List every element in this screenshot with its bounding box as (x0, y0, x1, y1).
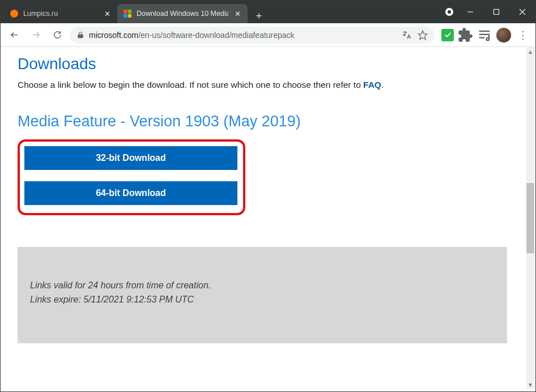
kebab-menu-icon[interactable]: ⋮ (515, 27, 531, 43)
window-controls (441, 1, 535, 23)
instruction-text: Choose a link below to begin the downloa… (18, 80, 508, 90)
account-indicator-icon[interactable] (441, 1, 457, 23)
forward-button[interactable] (27, 26, 45, 44)
download-buttons-highlight: 32-bit Download 64-bit Download (18, 139, 245, 215)
lock-icon (76, 31, 84, 39)
tab-title: Download Windows 10 Media Fe (137, 10, 228, 18)
close-tab-icon[interactable]: ✕ (103, 9, 112, 18)
page-body: Downloads Choose a link below to begin t… (1, 47, 525, 391)
scrollbar-thumb[interactable] (526, 183, 534, 253)
toolbar: microsoft.com/en-us/software-download/me… (1, 23, 535, 47)
new-tab-button[interactable]: ＋ (251, 7, 267, 23)
note-line-2: Links expire: 5/11/2021 9:12:53 PM UTC (30, 293, 495, 307)
instruction-pre: Choose a link below to begin the downloa… (18, 80, 363, 90)
scroll-up-icon[interactable]: ▲ (526, 47, 534, 56)
note-line-1: Links valid for 24 hours from time of cr… (30, 279, 495, 293)
window-close-button[interactable] (509, 1, 535, 23)
url-text: microsoft.com/en-us/software-download/me… (89, 31, 397, 40)
download-64bit-button[interactable]: 64-bit Download (24, 181, 237, 205)
favicon-microsoft (123, 9, 132, 18)
content-area: ▲ ▼ Downloads Choose a link below to beg… (1, 47, 535, 391)
extensions-puzzle-icon[interactable] (457, 27, 473, 43)
profile-avatar[interactable] (496, 27, 512, 43)
favicon-lumpics (10, 9, 19, 18)
extension-checkmark-icon[interactable] (441, 29, 454, 41)
page-heading: Downloads (18, 55, 508, 73)
titlebar: Lumpics.ru ✕ Download Windows 10 Media F… (1, 1, 535, 23)
window-minimize-button[interactable] (457, 1, 483, 23)
faq-link[interactable]: FAQ (363, 80, 381, 90)
close-tab-icon[interactable]: ✕ (233, 9, 242, 18)
address-bar[interactable]: microsoft.com/en-us/software-download/me… (70, 27, 435, 44)
svg-marker-6 (419, 31, 427, 39)
expiry-note: Links valid for 24 hours from time of cr… (18, 247, 507, 343)
bookmark-star-icon[interactable] (418, 30, 428, 40)
tab-title: Lumpics.ru (23, 10, 98, 18)
back-button[interactable] (5, 26, 23, 44)
window-maximize-button[interactable] (483, 1, 509, 23)
toolbar-right: ⋮ (438, 27, 531, 43)
media-playlist-icon[interactable] (477, 27, 492, 43)
browser-window: Lumpics.ru ✕ Download Windows 10 Media F… (0, 0, 536, 392)
svg-rect-1 (494, 10, 499, 15)
download-32bit-button[interactable]: 32-bit Download (24, 146, 237, 170)
scroll-down-icon[interactable]: ▼ (526, 380, 534, 389)
section-title: Media Feature - Version 1903 (May 2019) (18, 113, 508, 130)
reload-button[interactable] (48, 26, 66, 44)
tab-download-windows[interactable]: Download Windows 10 Media Fe ✕ (117, 4, 248, 23)
tab-lumpics[interactable]: Lumpics.ru ✕ (4, 4, 117, 23)
instruction-post: . (381, 80, 384, 90)
tab-strip: Lumpics.ru ✕ Download Windows 10 Media F… (1, 1, 441, 23)
translate-icon[interactable] (402, 30, 412, 40)
